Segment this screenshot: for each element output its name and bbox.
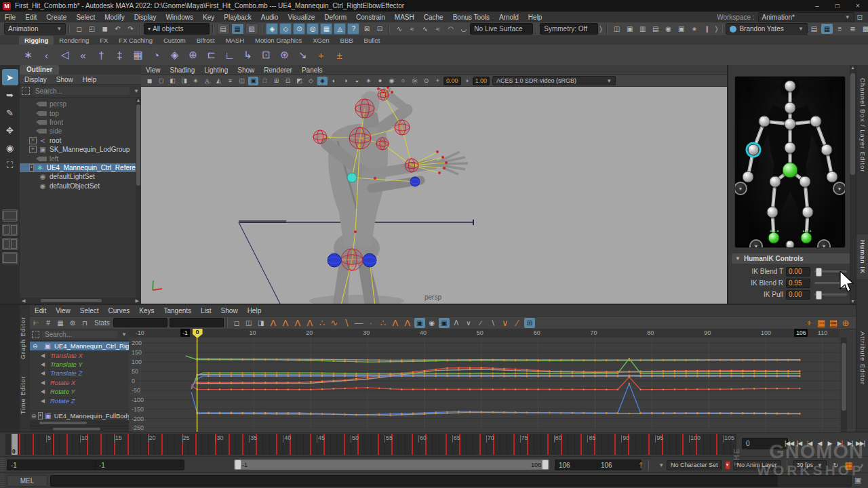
menu-view[interactable]: View	[51, 307, 75, 314]
viewport-icon-4[interactable]: ∗	[191, 77, 201, 85]
graph-key-icon-22[interactable]: ∨	[500, 318, 511, 328]
menu-file[interactable]: File	[0, 14, 20, 21]
anim-start-field[interactable]: -1	[7, 460, 96, 470]
graph-key-icon-20[interactable]: ∕	[475, 318, 486, 328]
keyframe-tick-59[interactable]	[412, 434, 413, 455]
menu-bonus-tools[interactable]: Bonus Tools	[448, 14, 494, 21]
snap-icon-2[interactable]: ⊙	[293, 23, 305, 35]
side-tab-attribute-editor[interactable]: Attribute Editor	[856, 317, 868, 399]
keyframe-tick-94[interactable]	[648, 434, 650, 455]
shelf-icon-11[interactable]: ∟	[221, 47, 238, 64]
menu-curves[interactable]: Curves	[104, 307, 135, 314]
menu-lighting[interactable]: Lighting	[199, 66, 233, 74]
construction-icon-4[interactable]: ◠	[445, 24, 456, 34]
viewport-icon-7[interactable]: ≡	[225, 77, 235, 85]
outliner-item-SK_Mannequin_LodGroup[interactable]: +▣SK_Mannequin_LodGroup	[20, 145, 141, 154]
viewport-icon-12[interactable]: ⊡	[283, 77, 293, 85]
snap-icon-6[interactable]: ?	[347, 23, 359, 35]
viewport-canvas[interactable]: persp	[141, 87, 727, 305]
shelf-tab-fx-caching[interactable]: FX Caching	[113, 36, 158, 45]
keyframe-tick-3[interactable]	[33, 434, 34, 455]
current-time-indicator[interactable]: 0	[12, 434, 18, 455]
keyframe-tick-27[interactable]	[195, 434, 197, 455]
transport-button-1[interactable]: |◀	[794, 436, 804, 450]
filter-icon[interactable]	[22, 87, 30, 95]
menu-panels[interactable]: Panels	[297, 66, 328, 74]
graph-plot-area[interactable]: 200150100500-50-100-150-200-250	[129, 338, 840, 432]
slider-handle[interactable]	[816, 291, 822, 300]
menu-help[interactable]: Help	[243, 307, 267, 314]
symmetry-field[interactable]: Symmetry: Off	[540, 23, 598, 35]
graph-key-icon-24[interactable]: ⊞	[524, 318, 535, 328]
shelf-icon-6[interactable]: ▦	[130, 47, 146, 64]
layout-single-button[interactable]	[2, 209, 18, 222]
picker-joint-left-knee[interactable]	[802, 207, 814, 218]
graph-key-icon-14[interactable]: Λ	[402, 318, 413, 328]
graph-extra-icon-0[interactable]: +	[804, 318, 814, 328]
menu-show[interactable]: Show	[52, 76, 78, 83]
menu-select[interactable]: Select	[71, 14, 100, 21]
snap-icon-1[interactable]: ◇	[279, 23, 292, 35]
keyframe-tick-49[interactable]	[344, 434, 345, 455]
graph-key-icon-18[interactable]: Λ	[451, 318, 462, 328]
shelf-icon-13[interactable]: ⊡	[258, 47, 275, 64]
graph-channel-translate-x[interactable]: ◀Translate X	[30, 350, 129, 359]
mel-command-input[interactable]	[50, 475, 781, 487]
viewport-icon-0[interactable]: ◼	[144, 77, 155, 85]
picker-joint-left-shoulder[interactable]	[759, 116, 770, 127]
graph-extra-icon-2[interactable]: ▤	[828, 318, 839, 328]
shelf-icon-9[interactable]: ⊕	[184, 47, 201, 64]
playback-start-field[interactable]: -1	[95, 460, 184, 470]
playback-end-field[interactable]: 106	[555, 460, 599, 470]
menu-key[interactable]: Key	[198, 14, 219, 21]
sidebar-toggle-icon-2[interactable]: ≡	[834, 24, 846, 34]
file-icon-3[interactable]: ↶	[112, 24, 123, 34]
exposure-icon[interactable]: +	[433, 77, 443, 85]
shelf-icon-4[interactable]: †	[93, 47, 110, 64]
viewport-icon-13[interactable]: ◩	[294, 77, 304, 85]
shelf-tab-custom[interactable]: Custom	[158, 36, 191, 45]
graph-tree-hscrollbar-2[interactable]	[30, 426, 129, 432]
keyframe-tick-22[interactable]	[161, 434, 163, 455]
stats-field-1[interactable]	[113, 318, 167, 327]
snap-icon-0[interactable]: ◈	[266, 23, 278, 35]
transport-button-5[interactable]: ▶|	[835, 436, 845, 450]
picker-joint-right-hand-arrow[interactable]: ▼	[734, 182, 747, 195]
shelf-icon-15[interactable]: ↘	[294, 47, 311, 64]
exposure-field[interactable]: 0.00	[443, 77, 461, 85]
mel-label[interactable]: MEL	[7, 475, 47, 487]
fps-dropdown[interactable]: 30 fps▼	[793, 460, 827, 470]
shelf-icon-0[interactable]: ∗	[20, 47, 37, 64]
construction-icon-5[interactable]: ◡	[458, 24, 469, 34]
humanik-controls-header[interactable]: ▼ HumanIK Controls	[732, 253, 850, 264]
graph-tree-hscrollbar[interactable]	[30, 420, 129, 426]
transport-button-3[interactable]: ◀	[814, 436, 825, 450]
lock-icon[interactable]: ⊡	[857, 14, 863, 21]
graph-key-icon-13[interactable]: Λ	[390, 318, 401, 328]
shelf-icon-8[interactable]: ◈	[166, 47, 183, 64]
viewport-icon-23[interactable]: ◎	[410, 77, 420, 85]
anim-layer-icon[interactable]: ▼	[725, 461, 730, 470]
picker-joint-right-hip[interactable]	[770, 176, 781, 188]
transport-button-6[interactable]: ▶|	[845, 436, 855, 450]
keyframe-tick-6[interactable]	[53, 434, 54, 455]
file-icon-4[interactable]: ↷	[125, 24, 136, 34]
viewport-icon-21[interactable]: ◉	[387, 77, 397, 85]
shelf-icon-7[interactable]: ◔	[148, 47, 165, 64]
sidebar-toggle-icon-1[interactable]: ▦	[821, 24, 833, 34]
layout-persp-outliner-button[interactable]	[2, 238, 18, 250]
layout-persp-graph-button[interactable]	[2, 252, 18, 264]
graph-key-icon-0[interactable]: ◻	[231, 318, 242, 328]
mask-icon-0[interactable]: ▤	[217, 23, 230, 35]
transport-button-0[interactable]: |◀◀	[784, 436, 794, 450]
keyframe-tick-17[interactable]	[127, 434, 129, 455]
graph-key-icon-8[interactable]: ∿	[329, 318, 340, 328]
graph-tool-icon-0[interactable]: ⊢	[31, 318, 41, 328]
keyframe-tick-99[interactable]	[682, 434, 684, 455]
menu-renderer[interactable]: Renderer	[259, 66, 297, 74]
graph-tool-icon-4[interactable]: ⊓	[79, 318, 90, 328]
picker-joint-center-ball[interactable]	[786, 241, 795, 249]
keyframe-tick-74[interactable]	[513, 434, 515, 455]
shelf-icon-5[interactable]: ‡	[111, 47, 128, 64]
menu-modify[interactable]: Modify	[100, 14, 129, 21]
